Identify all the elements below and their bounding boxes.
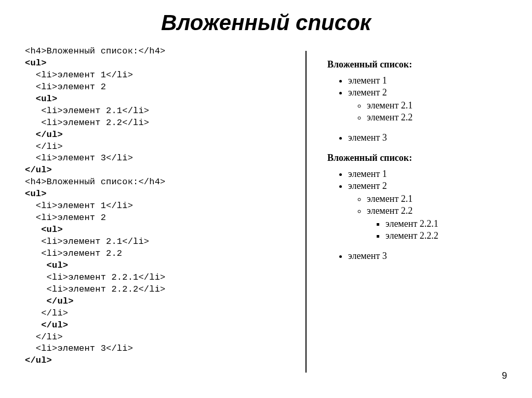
code-li-text: элемент 3 bbox=[57, 153, 106, 163]
list-item: элемент 1 bbox=[348, 75, 507, 86]
render-heading-1: Вложенный список: bbox=[327, 59, 507, 70]
render-column: Вложенный список: элемент 1 элемент 2 эл… bbox=[312, 40, 507, 373]
list-item: элемент 2 элемент 2.1 элемент 2.2 элемен… bbox=[348, 181, 507, 241]
list-item-label: элемент 2.2 bbox=[367, 205, 413, 216]
render-list-2: элемент 1 элемент 2 элемент 2.1 элемент … bbox=[327, 169, 507, 262]
code-li-text: элемент 3 bbox=[57, 344, 106, 353]
list-item: элемент 2.1 bbox=[367, 194, 507, 204]
code-h4-text-1: Вложенный список: bbox=[47, 46, 139, 56]
render-heading-2: Вложенный список: bbox=[327, 153, 507, 163]
list-item: элемент 1 bbox=[348, 169, 507, 180]
render-list-2-subsub: элемент 2.2.1 элемент 2.2.2 bbox=[367, 218, 507, 241]
render-list-1: элемент 1 элемент 2 элемент 2.1 элемент … bbox=[327, 75, 507, 143]
list-item: элемент 2.1 bbox=[367, 100, 507, 111]
code-li-text: элемент 2.2.1 bbox=[68, 272, 138, 282]
content-columns: <h4>Вложенный список:</h4> <ul> <li>элем… bbox=[0, 40, 532, 373]
code-li-text: элемент 1 bbox=[57, 70, 106, 80]
list-item: элемент 2.2 элемент 2.2.1 элемент 2.2.2 bbox=[367, 205, 507, 241]
code-li-text: элемент 2.2 bbox=[63, 118, 122, 128]
list-item: элемент 3 bbox=[348, 251, 507, 262]
code-li-text: элемент 2.2 bbox=[63, 249, 122, 258]
code-li-text: элемент 2 bbox=[57, 82, 106, 92]
page-number: 9 bbox=[502, 370, 507, 381]
code-li-text: элемент 2.1 bbox=[63, 106, 122, 116]
list-item-label: элемент 2 bbox=[348, 87, 387, 98]
code-li-text: элемент 2.1 bbox=[63, 237, 122, 246]
render-list-2-sub: элемент 2.1 элемент 2.2 элемент 2.2.1 эл… bbox=[348, 194, 507, 241]
code-li-text: элемент 2.2.2 bbox=[68, 284, 138, 294]
list-item: элемент 2.2 bbox=[367, 112, 507, 123]
render-list-1-sub: элемент 2.1 элемент 2.2 bbox=[348, 100, 507, 123]
column-divider bbox=[305, 51, 307, 373]
code-column: <h4>Вложенный список:</h4> <ul> <li>элем… bbox=[25, 40, 305, 373]
list-item-label: элемент 2 bbox=[348, 181, 387, 191]
list-item: элемент 2.2.2 bbox=[385, 230, 507, 241]
list-item: элемент 3 bbox=[348, 132, 507, 143]
list-item: элемент 2.2.1 bbox=[385, 218, 507, 229]
code-li-text: элемент 2 bbox=[57, 213, 106, 223]
slide: Вложенный список <h4>Вложенный список:</… bbox=[0, 0, 532, 398]
code-li-text: элемент 1 bbox=[57, 201, 106, 211]
page-title: Вложенный список bbox=[0, 0, 532, 40]
code-h4-text-2: Вложенный список: bbox=[47, 177, 139, 187]
list-item: элемент 2 элемент 2.1 элемент 2.2 bbox=[348, 87, 507, 123]
